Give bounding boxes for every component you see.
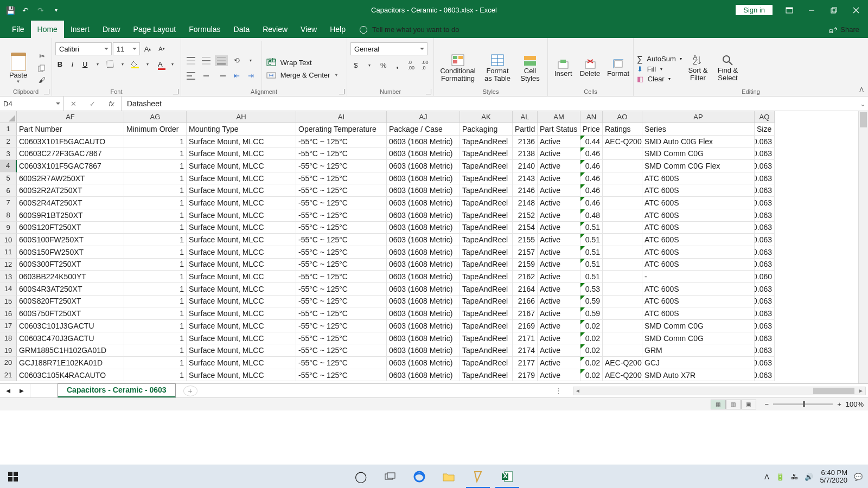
cell[interactable]: 0603 (1608 Metric) bbox=[387, 209, 460, 222]
cell[interactable]: TapeAndReel bbox=[460, 209, 513, 222]
font-name-combo[interactable]: Calibri bbox=[55, 42, 112, 55]
cell[interactable]: 0.063 bbox=[755, 197, 775, 209]
cell[interactable]: 2174 bbox=[513, 344, 538, 357]
cell[interactable]: SMD Comm C0G bbox=[642, 320, 755, 332]
cell[interactable]: Active bbox=[538, 296, 580, 308]
name-box[interactable]: D4 bbox=[0, 97, 64, 111]
row-header[interactable]: 3 bbox=[0, 147, 17, 160]
cell[interactable]: 0.02 bbox=[580, 369, 603, 382]
cell[interactable]: Surface Mount, MLCC bbox=[187, 357, 296, 369]
cell[interactable]: 0603 (1608 Metric) bbox=[387, 357, 460, 369]
cell[interactable]: 0.063 bbox=[755, 369, 775, 382]
cell[interactable]: -55°C ~ 125°C bbox=[296, 369, 387, 382]
cell[interactable]: Series bbox=[642, 123, 755, 136]
cell[interactable]: 2140 bbox=[513, 160, 538, 172]
cell[interactable]: TapeAndReel bbox=[460, 332, 513, 345]
cell[interactable]: TapeAndReel bbox=[460, 136, 513, 148]
tab-formulas[interactable]: Formulas bbox=[182, 21, 227, 38]
cell[interactable]: ATC 600S bbox=[642, 172, 755, 185]
cell[interactable]: 0603 (1608 Metric) bbox=[387, 296, 460, 308]
cell[interactable]: TapeAndReel bbox=[460, 344, 513, 357]
app-icon-1[interactable] bbox=[464, 465, 492, 488]
new-sheet-button[interactable]: + bbox=[183, 386, 197, 396]
cell[interactable]: 0.063 bbox=[755, 296, 775, 308]
cell[interactable] bbox=[603, 283, 642, 296]
align-top-icon[interactable] bbox=[184, 55, 197, 66]
cell[interactable]: 0603 (1608 Metric) bbox=[387, 259, 460, 271]
copy-icon[interactable] bbox=[35, 63, 48, 74]
cell[interactable]: TapeAndReel bbox=[460, 222, 513, 234]
cell[interactable]: -55°C ~ 125°C bbox=[296, 259, 387, 271]
number-launcher[interactable] bbox=[426, 89, 431, 94]
cell[interactable]: GCJ bbox=[642, 357, 755, 369]
cell[interactable]: 600S120FT250XT bbox=[17, 222, 124, 234]
cell[interactable]: Active bbox=[538, 184, 580, 197]
page-layout-view-icon[interactable]: ▥ bbox=[726, 400, 741, 409]
cell[interactable]: TapeAndReel bbox=[460, 271, 513, 283]
column-header[interactable]: AP bbox=[642, 111, 755, 123]
font-launcher[interactable] bbox=[173, 89, 178, 94]
cell[interactable]: Active bbox=[538, 369, 580, 382]
cell[interactable]: 1 bbox=[124, 307, 187, 320]
cell[interactable] bbox=[603, 197, 642, 209]
cell[interactable]: Ratings bbox=[603, 123, 642, 136]
cell[interactable]: Active bbox=[538, 259, 580, 271]
page-break-view-icon[interactable]: ▣ bbox=[741, 400, 756, 409]
conditional-formatting-button[interactable]: Conditional Formatting bbox=[437, 40, 478, 96]
cell[interactable]: 0.063 bbox=[755, 184, 775, 197]
font-color-icon[interactable]: A bbox=[156, 59, 165, 69]
cell[interactable]: 1 bbox=[124, 283, 187, 296]
cell[interactable]: 600S9R1BT250XT bbox=[17, 209, 124, 222]
tab-page-layout[interactable]: Page Layout bbox=[127, 21, 183, 38]
cell[interactable]: -55°C ~ 125°C bbox=[296, 160, 387, 172]
cell[interactable]: GRM bbox=[642, 344, 755, 357]
cell[interactable]: 2154 bbox=[513, 222, 538, 234]
cell[interactable] bbox=[603, 147, 642, 160]
cell[interactable]: Surface Mount, MLCC bbox=[187, 246, 296, 259]
cell[interactable]: 0.063 bbox=[755, 234, 775, 246]
row-header[interactable]: 18 bbox=[0, 332, 17, 345]
cell[interactable]: C0603X101F5GACAUTO bbox=[17, 136, 124, 148]
cell[interactable]: 0603 (1608 Metric) bbox=[387, 344, 460, 357]
action-center-icon[interactable]: 💬 bbox=[854, 473, 863, 481]
cell[interactable]: SMD Comm C0G Flex bbox=[642, 160, 755, 172]
cell[interactable]: 0.063 bbox=[755, 357, 775, 369]
cell[interactable]: -55°C ~ 125°C bbox=[296, 246, 387, 259]
cell[interactable] bbox=[603, 234, 642, 246]
sign-in-button[interactable]: Sign in bbox=[736, 5, 773, 15]
cell[interactable]: 0.063 bbox=[755, 160, 775, 172]
minimize-button[interactable] bbox=[801, 3, 822, 18]
cell[interactable]: 0.48 bbox=[580, 209, 603, 222]
cell[interactable]: 0603 (1608 Metric) bbox=[387, 320, 460, 332]
cell[interactable]: Surface Mount, MLCC bbox=[187, 259, 296, 271]
cell[interactable]: 0603 (1608 Metric) bbox=[387, 246, 460, 259]
cell[interactable]: 600S300FT250XT bbox=[17, 259, 124, 271]
row-header[interactable]: 15 bbox=[0, 296, 17, 308]
cell[interactable]: 2164 bbox=[513, 283, 538, 296]
cell[interactable]: 0.063 bbox=[755, 246, 775, 259]
redo-icon[interactable]: ↷ bbox=[34, 3, 48, 17]
cell[interactable]: ATC 600S bbox=[642, 197, 755, 209]
cell[interactable]: TapeAndReel bbox=[460, 160, 513, 172]
cell[interactable]: 0.51 bbox=[580, 246, 603, 259]
cell[interactable]: 0.46 bbox=[580, 147, 603, 160]
align-bottom-icon[interactable] bbox=[215, 55, 228, 66]
cell[interactable]: 2143 bbox=[513, 172, 538, 185]
cell[interactable]: TapeAndReel bbox=[460, 246, 513, 259]
edge-icon[interactable] bbox=[405, 465, 433, 488]
italic-button[interactable]: I bbox=[68, 59, 77, 69]
row-header[interactable]: 14 bbox=[0, 283, 17, 296]
cell[interactable]: Active bbox=[538, 147, 580, 160]
cell[interactable]: 0.02 bbox=[580, 332, 603, 345]
cell[interactable]: 0603 (1608 Metric) bbox=[387, 197, 460, 209]
cortana-icon[interactable]: ◯ bbox=[347, 465, 375, 488]
increase-font-icon[interactable]: A▴ bbox=[141, 43, 154, 54]
tab-view[interactable]: View bbox=[294, 21, 323, 38]
accounting-format-icon[interactable]: $ bbox=[350, 60, 361, 70]
undo-icon[interactable]: ↶ bbox=[18, 3, 33, 17]
cell[interactable]: 600S2R2AT250XT bbox=[17, 184, 124, 197]
column-header[interactable]: AJ bbox=[387, 111, 460, 123]
cell[interactable]: ATC 600S bbox=[642, 184, 755, 197]
cell[interactable]: Surface Mount, MLCC bbox=[187, 209, 296, 222]
cell[interactable]: 0.46 bbox=[580, 160, 603, 172]
